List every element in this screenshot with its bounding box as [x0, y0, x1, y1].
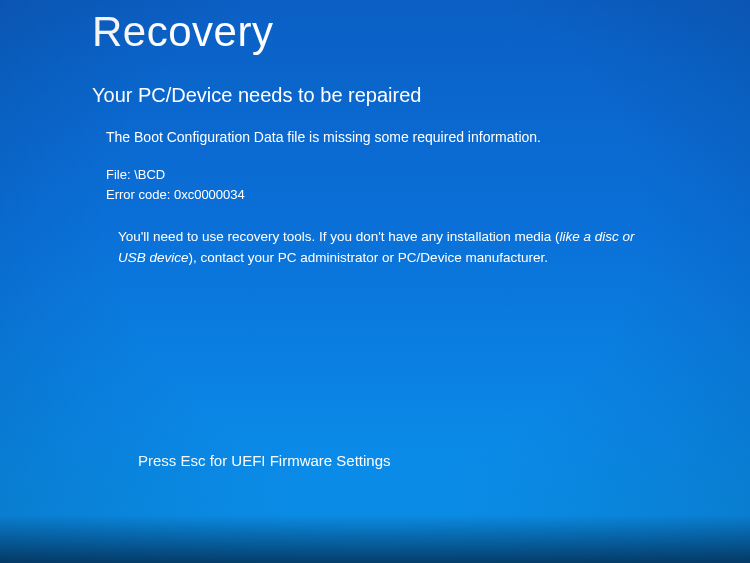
- recovery-instructions: You'll need to use recovery tools. If yo…: [118, 227, 658, 268]
- instructions-text-2: ), contact your PC administrator or PC/D…: [189, 250, 548, 265]
- error-code-label: Error code:: [106, 187, 174, 202]
- error-description: The Boot Configuration Data file is miss…: [106, 129, 750, 145]
- recovery-title: Recovery: [92, 8, 750, 56]
- file-value: \BCD: [134, 167, 165, 182]
- file-label: File:: [106, 167, 134, 182]
- recovery-screen: Recovery Your PC/Device needs to be repa…: [0, 0, 750, 563]
- file-line: File: \BCD: [106, 165, 750, 185]
- recovery-subtitle: Your PC/Device needs to be repaired: [92, 84, 750, 107]
- esc-firmware-prompt: Press Esc for UEFI Firmware Settings: [138, 452, 391, 469]
- error-details-block: File: \BCD Error code: 0xc0000034: [106, 165, 750, 205]
- error-code-line: Error code: 0xc0000034: [106, 185, 750, 205]
- error-code-value: 0xc0000034: [174, 187, 245, 202]
- instructions-text-1: You'll need to use recovery tools. If yo…: [118, 229, 559, 244]
